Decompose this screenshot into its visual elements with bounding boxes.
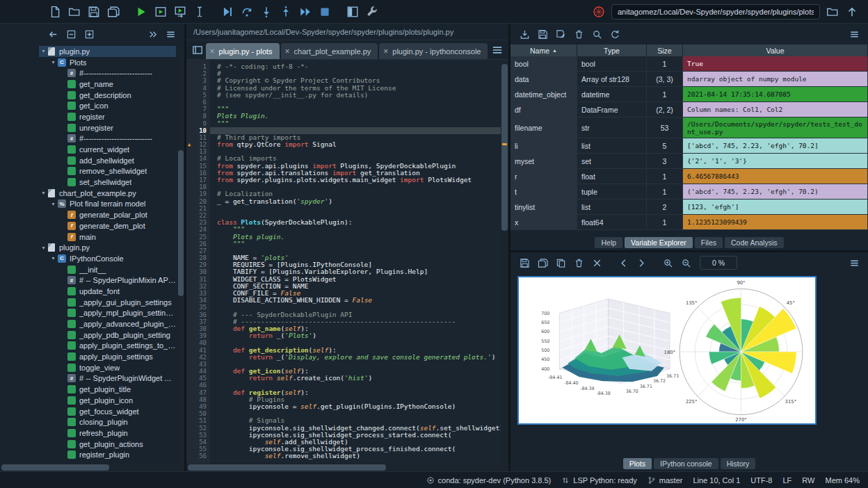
run-cell-icon[interactable] — [152, 3, 170, 21]
outline-item[interactable]: fgenerate_dem_plot — [39, 220, 176, 231]
variable-value[interactable]: 6.46567886443 — [683, 169, 868, 184]
tab-help[interactable]: Help — [595, 237, 622, 248]
close-plot-icon[interactable] — [588, 254, 605, 271]
outline-item[interactable]: ## -- SpyderPluginMixin API --- — [39, 275, 176, 286]
outline-item[interactable]: _apply_pdb_plugin_setting — [39, 330, 176, 341]
run-cell-advance-icon[interactable] — [171, 3, 189, 21]
line-number[interactable]: 27 — [186, 247, 210, 254]
close-tab-icon[interactable]: × — [210, 47, 215, 56]
plots-options-icon[interactable] — [846, 254, 862, 271]
line-number[interactable]: 20 — [186, 198, 210, 205]
line-number[interactable]: 55 — [186, 446, 210, 453]
line-number[interactable]: 43 — [186, 361, 210, 368]
line-number[interactable]: 46 — [186, 382, 210, 389]
working-directory-input[interactable] — [611, 4, 820, 19]
line-number[interactable]: 13 — [186, 148, 210, 155]
variable-table-header[interactable]: Name▲TypeSizeValue — [511, 44, 868, 56]
outline-item[interactable]: get_focus_widget — [39, 406, 176, 417]
line-number-gutter[interactable]: 123456789101112▲131415161718192021222324… — [186, 60, 210, 464]
outline-item[interactable]: refresh_plugin — [39, 428, 176, 439]
line-number[interactable]: 4 — [186, 85, 210, 92]
outline-item[interactable]: register — [39, 111, 176, 122]
code-area[interactable]: # -*- coding: utf-8 -*-## Copyright © Sp… — [210, 60, 501, 464]
status-git-branch[interactable]: master — [648, 476, 683, 485]
line-number[interactable]: 23 — [186, 219, 210, 226]
chevron-down-icon[interactable]: ▾ — [49, 255, 58, 261]
outline-item[interactable]: ##--------------------------- — [39, 133, 176, 145]
editor-tab-plugin-py-ipythonconsole[interactable]: ×plugin.py - ipythonconsole — [379, 43, 488, 59]
expand-all-icon[interactable] — [81, 26, 97, 42]
save-all-icon[interactable] — [104, 3, 122, 21]
line-number[interactable]: 22 — [186, 212, 210, 219]
outline-item[interactable]: register_plugin — [39, 449, 176, 460]
line-number[interactable]: 2 — [186, 70, 210, 77]
variable-value[interactable]: Column names: Col1, Col2 — [683, 102, 868, 117]
save-all-plots-icon[interactable] — [534, 254, 551, 271]
zoom-level-display[interactable]: 0 % — [700, 256, 737, 270]
line-number[interactable]: 14 — [186, 155, 210, 162]
refresh-icon[interactable] — [606, 26, 623, 42]
line-number[interactable]: 6 — [186, 99, 210, 106]
line-number[interactable]: 21 — [186, 205, 210, 212]
line-number[interactable]: 34 — [186, 297, 210, 304]
debug-icon[interactable] — [218, 3, 236, 21]
outline-item[interactable]: ▾chart_plot_example.py — [39, 188, 176, 199]
line-number[interactable]: 5 — [186, 92, 210, 99]
run-icon[interactable] — [132, 3, 150, 21]
remove-variable-icon[interactable] — [570, 26, 587, 42]
line-number[interactable]: 1 — [186, 63, 210, 70]
variable-value[interactable]: {'2', '1', '3'} — [683, 154, 868, 168]
column-header-value[interactable]: Value — [683, 44, 868, 56]
run-selection-icon[interactable] — [191, 3, 209, 21]
save-data-icon[interactable] — [534, 26, 551, 42]
line-number[interactable]: 31 — [186, 276, 210, 283]
outline-item[interactable]: get_description — [39, 90, 176, 101]
variable-row-datetime_object[interactable]: datetime_objectdatetime12021-04-14 17:35… — [511, 87, 868, 102]
chevron-down-icon[interactable]: ▾ — [39, 48, 48, 54]
variable-value[interactable]: 1.1235123099439 — [683, 215, 868, 229]
outline-item[interactable]: fgenerate_polar_plot — [39, 209, 176, 220]
variable-value[interactable]: [123, 'efgh'] — [683, 200, 868, 214]
close-tab-icon[interactable]: × — [383, 47, 388, 56]
outline-item[interactable]: get_icon — [39, 100, 176, 111]
variable-row-x[interactable]: xfloat6411.1235123099439 — [511, 215, 868, 230]
continue-icon[interactable] — [296, 3, 314, 21]
status-cursor-position[interactable]: Line 10, Col 1 — [693, 476, 740, 485]
outline-item[interactable]: apply_plugin_settings — [39, 351, 176, 362]
outline-item[interactable]: ▾CPlots — [39, 57, 176, 68]
line-number[interactable]: 25 — [186, 234, 210, 241]
collapse-all-icon[interactable] — [63, 26, 79, 42]
variable-row-df[interactable]: dfDataFrame(2, 2)Column names: Col1, Col… — [511, 102, 868, 117]
line-number[interactable]: 39 — [186, 332, 210, 339]
go-up-icon[interactable] — [843, 3, 861, 21]
line-number[interactable]: 53 — [186, 432, 210, 439]
editor-tab-plugin-py-plots[interactable]: ×plugin.py - plots — [206, 43, 280, 59]
copy-plot-icon[interactable] — [552, 254, 569, 271]
status-encoding[interactable]: UTF-8 — [750, 476, 772, 485]
line-number[interactable]: 56 — [186, 453, 210, 459]
remove-plot-icon[interactable] — [570, 254, 587, 271]
outline-hscrollbar[interactable] — [0, 464, 184, 471]
status-eol[interactable]: LF — [782, 476, 791, 485]
editor-hscrollbar[interactable] — [186, 464, 508, 471]
status-lsp-status[interactable]: LSP Python: ready — [561, 476, 637, 485]
stop-icon[interactable] — [316, 3, 334, 21]
tab-history[interactable]: History — [721, 458, 756, 469]
line-number[interactable]: 30 — [186, 268, 210, 275]
line-number[interactable]: 37 — [186, 318, 210, 325]
editor-options-icon[interactable] — [490, 41, 504, 59]
variable-row-myset[interactable]: mysetset3{'2', '1', '3'} — [511, 154, 868, 169]
outline-item[interactable]: remove_shellwidget — [39, 166, 176, 177]
outline-item[interactable]: unregister — [39, 122, 176, 133]
line-number[interactable]: 16 — [186, 170, 210, 177]
outline-item[interactable]: ▾plugin.py — [39, 46, 176, 57]
save-icon[interactable] — [85, 3, 103, 21]
zoom-in-icon[interactable] — [659, 254, 676, 271]
line-number[interactable]: 44 — [186, 368, 210, 375]
scrollbar-thumb[interactable] — [188, 464, 386, 471]
status-permissions[interactable]: RW — [802, 476, 814, 485]
variable-value[interactable]: ['abcd', 745, 2.23, 'efgh', 70.2] — [683, 138, 868, 153]
scrollbar-thumb[interactable] — [501, 64, 508, 231]
outline-item[interactable]: ▾plugin.py — [39, 242, 176, 253]
outline-item[interactable]: _apply_advanced_plugin_s... — [39, 318, 176, 330]
